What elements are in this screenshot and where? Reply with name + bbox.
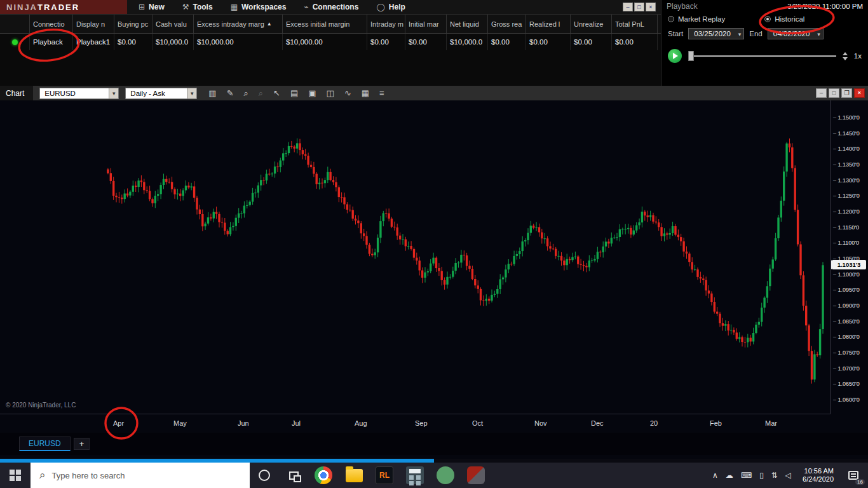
minimize-button[interactable]: – [623,3,633,11]
menu-connections[interactable]: ⌁ Connections [304,3,358,11]
column-header-excess-initial-margin[interactable]: Excess initial margin [283,15,367,33]
market-replay-radio[interactable]: Market Replay [668,15,725,23]
logo-trader-text: TRADER [37,3,79,12]
speed-stepper[interactable] [843,52,848,60]
column-header-net-liquid[interactable]: Net liquid [447,15,488,33]
taskbar-app-rl-app[interactable]: RL [369,463,400,488]
stepper-up-icon[interactable] [843,52,848,55]
start-button[interactable] [0,463,31,488]
action-center-button[interactable]: 16 [839,463,868,488]
menu-workspaces[interactable]: ▦ Workspaces [231,3,287,11]
slider-thumb[interactable] [688,51,694,61]
instrument-select[interactable]: EURUSD [39,88,119,99]
period-select[interactable]: Daily - Ask [125,88,197,99]
chart-close-button[interactable]: × [854,88,865,98]
taskbar-app-calculator[interactable] [400,463,430,488]
column-header-display-n[interactable]: Display n [73,15,114,33]
column-header-total-pnl[interactable]: Total PnL [612,15,658,33]
chart-minimize-button[interactable]: – [816,88,827,98]
keyboard-icon[interactable]: ⌨ [741,471,752,479]
data-series-icon[interactable]: ◫ [327,89,334,97]
price-axis-label: 1.0800'0 [833,334,860,340]
taskbar-app-chrome[interactable] [308,463,339,488]
status-column-header [0,15,30,33]
column-header-cash-valu[interactable]: Cash valu [153,15,194,33]
report-icon[interactable]: ▤ [290,89,298,97]
stepper-down-icon[interactable] [843,57,848,60]
close-button[interactable]: × [646,3,656,11]
chevron-down-icon [109,88,118,98]
price-axis-label: 1.1300'0 [833,177,860,184]
time-axis-label-oct: Oct [472,419,483,427]
column-header-label: Realized l [529,20,560,28]
column-header-connectio[interactable]: Connectio [30,15,73,33]
price-axis-label: 1.1200'0 [833,208,860,215]
volume-icon[interactable]: ◁ [785,471,791,479]
taskbar-app-green-app[interactable] [430,463,461,488]
help-icon: ◯ [376,3,384,11]
taskbar-clock[interactable]: 10:56 AM 6/24/2020 [797,463,839,488]
taskbar-app-file-explorer[interactable] [339,463,369,488]
start-label: Start [668,30,683,37]
network-icon[interactable]: ⇅ [771,471,778,479]
zoom-in-icon[interactable]: ⌕ [244,89,248,97]
chart-plot-area[interactable]: © 2020 NinjaTrader, LLC [0,100,831,414]
period-value: Daily - Ask [126,90,169,97]
historical-radio[interactable]: Historical [764,15,804,23]
cell-cash-valu: $10,000.0 [153,34,194,50]
menu-tools[interactable]: ⚒ Tools [182,3,213,11]
grid-icon[interactable]: ▦ [362,89,369,97]
price-axis-label: 1.0950'0 [833,287,860,293]
cortana-button[interactable] [250,463,279,488]
column-header-excess-intraday-marg[interactable]: Excess intraday marg▲ [194,15,283,33]
column-header-gross-rea[interactable]: Gross rea [488,15,526,33]
chevron-up-icon[interactable]: ∧ [712,471,718,479]
time-axis-label-mar: Mar [765,419,777,427]
drawing-tools-icon[interactable]: ✎ [227,89,234,97]
task-view-button[interactable] [279,463,308,488]
chart-restore-button[interactable]: □ [829,88,839,98]
end-date-value: 04/02/2020 [773,30,810,37]
chart-tools: ▥✎⌕⌕↖▤▣◫∿▦≡ [208,89,384,97]
cloud-icon[interactable]: ☁ [726,471,733,479]
data-box-icon[interactable]: ≡ [379,89,384,97]
cursor-icon[interactable]: ↖ [273,89,280,97]
zoom-out-icon[interactable]: ⌕ [259,89,263,97]
column-header-label: Buying pc [118,20,148,28]
column-header-initial-mar[interactable]: Initial mar [405,15,447,33]
price-axis-label: 1.1000'0 [833,271,860,278]
price-axis[interactable]: 1.1031'3 1.1500'01.1450'01.1400'01.1350'… [831,100,868,414]
start-date-select[interactable]: 03/25/2020 [688,28,744,39]
column-header-intraday-m[interactable]: Intraday m [367,15,405,33]
playback-panel: Playback 3/25/2020 11:00:00 PM Market Re… [661,0,868,86]
chart-trader-icon[interactable]: ▣ [308,89,316,97]
chart-window-controls: – □ ❒ × [816,88,868,98]
clock-time: 10:56 AM [804,467,834,475]
bar-type-icon[interactable]: ▥ [208,89,216,97]
battery-icon[interactable]: ▯ [759,471,764,479]
chart-window-title: Chart [0,86,33,100]
end-date-select[interactable]: 04/02/2020 [768,28,824,39]
add-tab-button[interactable]: + [74,438,90,450]
playback-position-slider[interactable] [688,50,836,62]
time-axis[interactable]: AprMayJunJulAugSepOctNovDec20FebMar [0,414,831,433]
chrome-icon [315,466,332,484]
chart-tab-strip: EURUSD + [0,433,868,455]
column-header-realized-l[interactable]: Realized l [526,15,571,33]
chevron-down-icon [187,88,196,98]
time-axis-label-apr: Apr [113,419,124,427]
column-header-unrealize[interactable]: Unrealize [571,15,612,33]
taskbar-app-ninjatrader[interactable] [461,463,491,488]
accounts-table-row[interactable]: PlaybackPlayback1$0.00$10,000.0$10,000.0… [0,34,661,50]
radio-unselected-icon [668,16,674,22]
column-header-buying-pc[interactable]: Buying pc [114,15,153,33]
maximize-button[interactable]: □ [634,3,644,11]
chart-maximize-button[interactable]: ❒ [841,88,852,98]
wrench-icon: ⚒ [182,3,189,11]
indicators-icon[interactable]: ∿ [344,89,351,97]
menu-new[interactable]: ⊞ New [139,3,165,11]
taskbar-search[interactable]: Type here to search [31,463,250,488]
tab-eurusd[interactable]: EURUSD [19,437,71,451]
menu-help[interactable]: ◯ Help [376,3,405,11]
play-button[interactable] [668,49,682,63]
